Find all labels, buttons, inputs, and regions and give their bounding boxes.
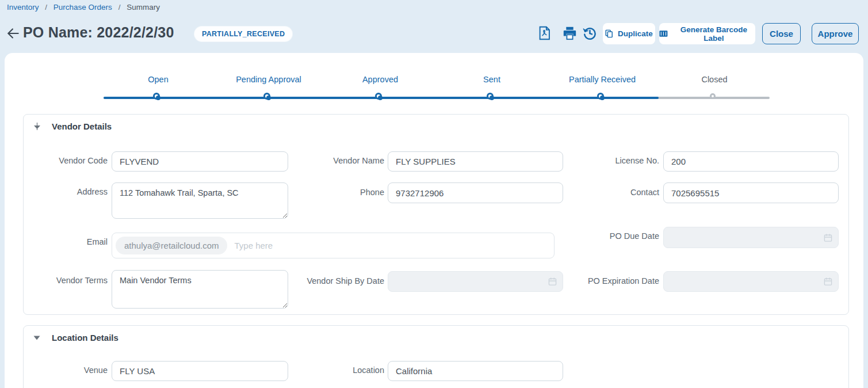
- location-details-section: Location Details Venue Location: [23, 325, 849, 388]
- vendor-ship-by-date-label: Vendor Ship By Date: [269, 276, 384, 286]
- po-expiration-date-label: PO Expiration Date: [544, 276, 659, 286]
- vendor-name-input[interactable]: [388, 151, 563, 172]
- step-node-approved: [375, 93, 382, 100]
- address-textarea[interactable]: 112 Tomahawk Trail, Sparta, SC: [112, 182, 288, 219]
- location-input[interactable]: [388, 361, 563, 381]
- history-icon[interactable]: [582, 25, 598, 41]
- contact-label: Contact: [544, 188, 659, 197]
- step-label-closed: Closed: [663, 75, 766, 84]
- po-summary-panel: Open Pending Approval Approved Sent Part…: [5, 53, 863, 388]
- close-button[interactable]: Close: [762, 23, 801, 44]
- collapse-location-details-icon[interactable]: [32, 333, 41, 343]
- breadcrumb-inventory[interactable]: Inventory: [7, 3, 39, 12]
- step-label-partially-received: Partially Received: [550, 75, 654, 84]
- step-label-sent: Sent: [440, 75, 544, 84]
- vendor-details-title: Vendor Details: [52, 121, 112, 131]
- po-due-date-field[interactable]: [663, 227, 839, 248]
- email-label: Email: [24, 237, 108, 246]
- step-node-sent: [487, 93, 494, 100]
- copy-icon: [605, 29, 613, 38]
- collapse-vendor-details-icon[interactable]: [32, 122, 41, 131]
- calendar-icon: [824, 277, 832, 286]
- title-bar: PO Name: 2022/2/2/30 PARTIALLY_RECEIVED …: [0, 21, 868, 48]
- status-badge: PARTIALLY_RECEIVED: [194, 26, 292, 41]
- approve-label: Approve: [818, 29, 853, 39]
- vendor-ship-by-date-input[interactable]: [388, 272, 563, 291]
- vendor-ship-by-date-field[interactable]: [388, 271, 563, 292]
- email-field[interactable]: athulya@retailcloud.com: [112, 233, 555, 258]
- barcode-icon: [659, 30, 668, 37]
- vendor-code-label: Vendor Code: [24, 156, 108, 165]
- phone-label: Phone: [269, 188, 384, 197]
- phone-input[interactable]: [388, 182, 563, 203]
- breadcrumb-separator: /: [118, 3, 121, 12]
- breadcrumb-purchase-orders[interactable]: Purchase Orders: [53, 3, 112, 12]
- license-no-label: License No.: [544, 156, 659, 165]
- breadcrumb-separator: /: [45, 3, 47, 12]
- vendor-details-section: Vendor Details Vendor Code Vendor Name L…: [23, 114, 849, 315]
- license-no-input[interactable]: [663, 151, 839, 172]
- approve-button[interactable]: Approve: [812, 23, 859, 44]
- back-arrow-icon[interactable]: [6, 26, 21, 41]
- step-label-pending-approval: Pending Approval: [217, 75, 320, 84]
- page-title: PO Name: 2022/2/2/30: [23, 24, 174, 41]
- vendor-terms-label: Vendor Terms: [24, 276, 108, 285]
- breadcrumb-summary: Summary: [127, 3, 160, 12]
- location-details-title: Location Details: [52, 333, 118, 343]
- duplicate-button[interactable]: Duplicate: [603, 23, 655, 44]
- po-expiration-date-input[interactable]: [664, 272, 838, 291]
- generate-barcode-label-text: Generate Barcode Label: [672, 25, 755, 43]
- step-node-open: [153, 93, 160, 100]
- venue-label: Venue: [24, 366, 108, 375]
- close-label: Close: [770, 29, 793, 39]
- venue-input[interactable]: [112, 361, 288, 381]
- address-label: Address: [24, 187, 108, 196]
- po-expiration-date-field[interactable]: [663, 271, 839, 292]
- step-node-pending-approval: [263, 93, 270, 100]
- calendar-icon: [824, 233, 832, 242]
- generate-barcode-label-button[interactable]: Generate Barcode Label: [659, 23, 755, 44]
- contact-input[interactable]: [663, 182, 839, 203]
- vendor-code-input[interactable]: [112, 151, 288, 172]
- step-label-open: Open: [106, 75, 210, 84]
- location-label: Location: [269, 366, 384, 375]
- pdf-export-icon[interactable]: [537, 25, 552, 41]
- vendor-terms-textarea[interactable]: Main Vendor Terms: [112, 270, 288, 309]
- step-label-approved: Approved: [328, 75, 432, 84]
- step-node-closed: [710, 93, 716, 99]
- po-due-date-label: PO Due Date: [544, 231, 659, 241]
- step-node-partially-received: [597, 93, 604, 100]
- email-chip[interactable]: athulya@retailcloud.com: [116, 237, 227, 254]
- email-input[interactable]: [234, 241, 550, 250]
- duplicate-label: Duplicate: [618, 29, 653, 38]
- vendor-name-label: Vendor Name: [269, 156, 384, 165]
- po-due-date-input[interactable]: [664, 227, 838, 248]
- breadcrumb: Inventory / Purchase Orders / Summary: [7, 3, 160, 12]
- print-icon[interactable]: [562, 25, 578, 41]
- po-status-stepper: Open Pending Approval Approved Sent Part…: [5, 53, 863, 116]
